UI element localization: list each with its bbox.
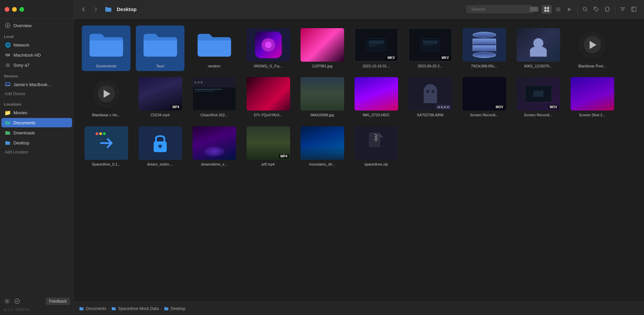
file-thumb-screen-shot bbox=[571, 77, 614, 111]
file-item-dream-victim[interactable]: dream_victim.... bbox=[136, 124, 184, 169]
file-item-c0234[interactable]: MP4 C0234.mp4 bbox=[136, 74, 184, 120]
add-device-label: Add Device bbox=[5, 91, 25, 96]
file-item-screen-rec[interactable]: MOV Screen Recordi... bbox=[460, 74, 508, 120]
file-item-spacedrive-0[interactable]: Spacedrive_0.1... bbox=[82, 124, 130, 169]
search-toolbar-button[interactable] bbox=[580, 5, 590, 13]
settings-icon[interactable] bbox=[3, 298, 11, 305]
sidebar-item-macintosh-hd[interactable]: Macintosh HD bbox=[1, 50, 72, 60]
check-icon[interactable] bbox=[13, 298, 21, 305]
file-name-jeff-mp4: jeff.mp4 bbox=[262, 162, 275, 167]
file-name-sa702768: SA702768.ARW bbox=[417, 113, 444, 117]
file-name-c0234: C0234.mp4 bbox=[151, 113, 170, 117]
file-item-1197981[interactable]: 1197981.jpg bbox=[298, 25, 346, 71]
file-item-d7r[interactable]: D7r-YQoXYAUt... bbox=[244, 74, 292, 120]
desktop-label: Desktop bbox=[13, 140, 30, 145]
breadcrumb-documents[interactable]: Documents bbox=[86, 306, 106, 311]
file-thumb-mountains bbox=[301, 126, 344, 160]
file-item-jeff-mp4[interactable]: MP4 jeff.mp4 bbox=[244, 124, 292, 169]
breadcrumb-sep-1: › bbox=[108, 307, 110, 311]
svg-rect-44 bbox=[376, 137, 378, 138]
sidebar-item-network[interactable]: 🌐 Network bbox=[1, 40, 72, 50]
sidebar-item-movies[interactable]: 📁 Movies bbox=[1, 108, 72, 117]
file-item-tauri[interactable]: Tauri bbox=[136, 25, 184, 71]
add-device-button[interactable]: Add Device bbox=[1, 90, 72, 98]
file-name-dreamstime-x: dreamstime_x... bbox=[201, 162, 227, 167]
view-media-button[interactable] bbox=[565, 5, 575, 14]
sidebar-item-downloads[interactable]: Downloads bbox=[1, 128, 72, 137]
macbook-label: Jamie's MacBook... bbox=[13, 82, 51, 87]
back-button[interactable] bbox=[79, 6, 88, 13]
view-grid-button[interactable] bbox=[542, 5, 552, 14]
file-item-cleanshot[interactable]: CleanShot 202... bbox=[190, 74, 238, 120]
file-item-spacedrive-zip[interactable]: spacedrive.zip bbox=[352, 124, 400, 169]
add-location-button[interactable]: Add Location bbox=[1, 148, 72, 156]
svg-rect-42 bbox=[376, 135, 378, 136]
file-item-2022-10-18[interactable]: MKV 2022-10-18 01... bbox=[352, 25, 400, 71]
file-item-blackbear-ho[interactable]: Blackbear x Ho... bbox=[82, 74, 130, 120]
sidebar-section-locations: Locations bbox=[0, 98, 73, 108]
globe-icon: 🌐 bbox=[5, 42, 11, 48]
file-item-dreamstime-x[interactable]: dreamstime_x... bbox=[190, 124, 238, 169]
file-item-blackbear-post[interactable]: Blackbear Post... bbox=[568, 25, 616, 71]
svg-rect-30 bbox=[369, 46, 376, 47]
file-name-mountains: mountains_dri... bbox=[309, 162, 335, 167]
file-name-d7r: D7r-YQoXYAUt... bbox=[254, 113, 282, 117]
file-item-7923c368[interactable]: 7923c368-85c... bbox=[460, 25, 508, 71]
svg-rect-7 bbox=[6, 66, 10, 67]
svg-point-12 bbox=[6, 301, 8, 302]
breadcrumb-spacedrive-mock[interactable]: Spacedrive Mock Data bbox=[118, 306, 159, 311]
refresh-button[interactable] bbox=[602, 5, 612, 13]
file-name-tauri: Tauri bbox=[156, 64, 164, 68]
traffic-light-red[interactable] bbox=[5, 7, 9, 12]
svg-rect-41 bbox=[375, 134, 377, 135]
svg-rect-9 bbox=[6, 83, 10, 85]
file-name-blackbear-post: Blackbear Post... bbox=[578, 64, 606, 68]
file-thumb-2022-10-18: MKV bbox=[355, 28, 398, 62]
search-box[interactable]: ⌘F bbox=[466, 5, 533, 13]
file-item-img-0720[interactable]: IMG_0720.HEIC bbox=[352, 74, 400, 120]
traffic-light-yellow[interactable] bbox=[12, 7, 17, 12]
status-bar: Documents › Spacedrive Mock Data › Deskt… bbox=[74, 302, 644, 315]
sidebar-item-macbook[interactable]: Jamie's MacBook... bbox=[1, 80, 72, 89]
sidebar-item-overview[interactable]: Overview bbox=[1, 21, 72, 30]
file-item-screen-shot[interactable]: Screen Shot 2... bbox=[568, 74, 616, 120]
breadcrumb-folder-icon-3 bbox=[164, 307, 169, 311]
svg-rect-33 bbox=[423, 41, 438, 44]
file-name-imag0068: IMAG0068.jpg bbox=[310, 113, 334, 117]
filter-button[interactable] bbox=[618, 5, 628, 13]
file-thumb-img-0720 bbox=[355, 77, 398, 111]
search-input[interactable] bbox=[471, 7, 528, 12]
file-item-screen-rec-2[interactable]: MOV Screen Recordi... bbox=[514, 74, 562, 120]
file-thumb-7923c368 bbox=[463, 28, 506, 62]
view-list-button[interactable] bbox=[553, 5, 563, 14]
svg-rect-39 bbox=[160, 147, 161, 148]
file-item-2023-06-20[interactable]: MKV 2023-06-20 2... bbox=[406, 25, 454, 71]
mp4-badge-jeff: MP4 bbox=[279, 154, 289, 159]
forward-button[interactable] bbox=[91, 6, 100, 13]
file-item-a001[interactable]: A001_1215070... bbox=[514, 25, 562, 71]
mp4-badge-c0234: MP4 bbox=[171, 105, 181, 109]
file-item-screenshots[interactable]: Screenshots bbox=[82, 25, 130, 71]
more-button[interactable]: ··· bbox=[140, 6, 150, 13]
file-item-mountains[interactable]: mountains_dri... bbox=[298, 124, 346, 169]
file-item-imag0068[interactable]: IMAG0068.jpg bbox=[298, 74, 346, 120]
tag-button[interactable] bbox=[591, 5, 601, 13]
sidebar-toggle-button[interactable] bbox=[629, 5, 639, 13]
file-item-random[interactable]: random bbox=[190, 25, 238, 71]
breadcrumb-desktop[interactable]: Desktop bbox=[171, 306, 185, 311]
svg-rect-15 bbox=[544, 7, 546, 9]
add-location-label: Add Location bbox=[5, 150, 28, 154]
traffic-light-green[interactable] bbox=[19, 7, 24, 12]
sidebar-item-desktop[interactable]: Desktop bbox=[1, 138, 72, 147]
file-thumb-screenshots bbox=[85, 28, 128, 62]
file-name-1197981: 1197981.jpg bbox=[312, 64, 332, 68]
svg-rect-25 bbox=[632, 7, 636, 11]
sidebar-item-documents[interactable]: Documents bbox=[1, 118, 72, 127]
svg-point-24 bbox=[595, 8, 596, 9]
feedback-button[interactable]: Feedback bbox=[46, 298, 70, 305]
file-item-0nswq[interactable]: 0NSWQ_G_P.p... bbox=[244, 25, 292, 71]
file-item-sa702768[interactable]: ★★★★ SA702768.ARW bbox=[406, 74, 454, 120]
sidebar-item-sony-a7[interactable]: Sony a7 bbox=[1, 60, 72, 70]
file-thumb-0nswq bbox=[247, 28, 290, 62]
file-thumb-imag0068 bbox=[301, 77, 344, 111]
